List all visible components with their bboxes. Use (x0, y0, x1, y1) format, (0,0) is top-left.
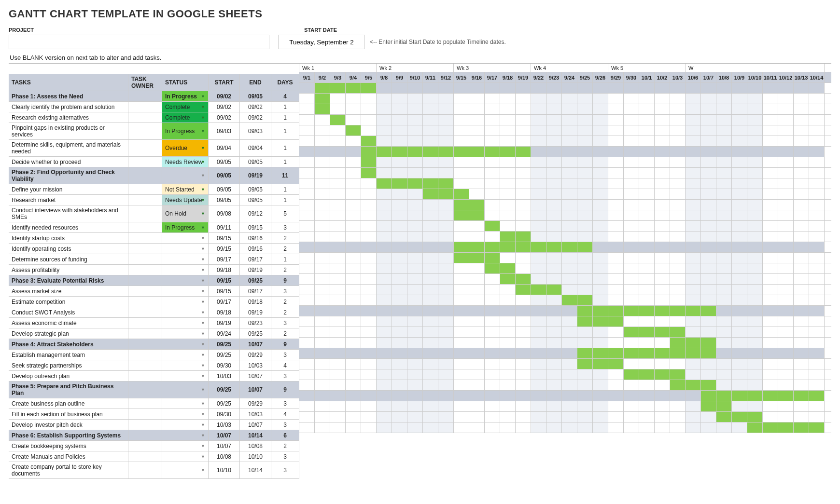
status-dropdown[interactable]: ▼ (162, 167, 209, 184)
task-name[interactable]: Establish management team (9, 350, 128, 360)
task-owner-cell[interactable] (128, 350, 162, 360)
start-date-cell[interactable]: 10/07 (209, 441, 240, 451)
task-name[interactable]: Phase 4: Attract Stakeholders (9, 339, 128, 349)
status-dropdown[interactable]: In Progress▼ (162, 123, 209, 139)
start-date-cell[interactable]: 09/11 (209, 222, 240, 232)
start-date-cell[interactable]: 09/05 (209, 184, 240, 194)
status-dropdown[interactable]: Not Started▼ (162, 184, 209, 194)
project-name-input[interactable] (9, 35, 269, 49)
start-date-cell[interactable]: 09/30 (209, 409, 240, 419)
task-owner-cell[interactable] (128, 102, 162, 112)
end-date-cell[interactable]: 09/15 (240, 222, 271, 232)
end-date-cell[interactable]: 09/02 (240, 112, 271, 123)
task-owner-cell[interactable] (128, 275, 162, 286)
start-date-cell[interactable]: 09/18 (209, 307, 240, 317)
task-owner-cell[interactable] (128, 265, 162, 275)
task-owner-cell[interactable] (128, 286, 162, 296)
status-dropdown[interactable]: Complete▼ (162, 102, 209, 112)
status-dropdown[interactable]: ▼ (162, 233, 209, 243)
task-owner-cell[interactable] (128, 222, 162, 232)
task-owner-cell[interactable] (128, 307, 162, 317)
start-date-cell[interactable]: 09/05 (209, 167, 240, 184)
status-dropdown[interactable]: Complete▼ (162, 112, 209, 123)
status-dropdown[interactable]: ▼ (162, 307, 209, 317)
start-date-cell[interactable]: 09/30 (209, 360, 240, 370)
task-name[interactable]: Research market (9, 195, 128, 205)
task-owner-cell[interactable] (128, 420, 162, 430)
status-dropdown[interactable]: ▼ (162, 441, 209, 451)
task-name[interactable]: Develop outreach plan (9, 371, 128, 381)
task-name[interactable]: Fill in each section of business plan (9, 409, 128, 419)
status-dropdown[interactable]: ▼ (162, 244, 209, 254)
task-owner-cell[interactable] (128, 462, 162, 478)
end-date-cell[interactable]: 09/03 (240, 123, 271, 139)
start-date-cell[interactable]: 09/02 (209, 102, 240, 112)
start-date-cell[interactable]: 09/25 (209, 381, 240, 398)
status-dropdown[interactable]: ▼ (162, 297, 209, 307)
task-owner-cell[interactable] (128, 451, 162, 462)
status-dropdown[interactable]: ▼ (162, 265, 209, 275)
end-date-cell[interactable]: 10/07 (240, 420, 271, 430)
task-owner-cell[interactable] (128, 91, 162, 101)
task-name[interactable]: Identify needed resources (9, 222, 128, 232)
start-date-cell[interactable]: 09/05 (209, 157, 240, 167)
task-name[interactable]: Pinpoint gaps in existing products or se… (9, 123, 128, 139)
start-date-cell[interactable]: 10/08 (209, 451, 240, 462)
task-name[interactable]: Estimate competition (9, 297, 128, 307)
task-name[interactable]: Determine sources of funding (9, 254, 128, 264)
end-date-cell[interactable]: 09/05 (240, 91, 271, 101)
status-dropdown[interactable]: ▼ (162, 328, 209, 339)
status-dropdown[interactable]: ▼ (162, 360, 209, 370)
end-date-cell[interactable]: 09/16 (240, 233, 271, 243)
task-name[interactable]: Conduct interviews with stakeholders and… (9, 205, 128, 222)
task-name[interactable]: Phase 5: Prepare and Pitch Business Plan (9, 381, 128, 398)
task-owner-cell[interactable] (128, 123, 162, 139)
end-date-cell[interactable]: 09/19 (240, 265, 271, 275)
task-owner-cell[interactable] (128, 205, 162, 222)
task-name[interactable]: Decide whether to proceed (9, 157, 128, 167)
task-owner-cell[interactable] (128, 328, 162, 339)
status-dropdown[interactable]: ▼ (162, 430, 209, 440)
status-dropdown[interactable]: ▼ (162, 339, 209, 349)
end-date-cell[interactable]: 10/08 (240, 441, 271, 451)
task-owner-cell[interactable] (128, 339, 162, 349)
status-dropdown[interactable]: ▼ (162, 451, 209, 462)
status-dropdown[interactable]: On Hold▼ (162, 205, 209, 222)
task-owner-cell[interactable] (128, 167, 162, 184)
task-owner-cell[interactable] (128, 184, 162, 194)
task-name[interactable]: Phase 1: Assess the Need (9, 91, 128, 101)
start-date-cell[interactable]: 09/08 (209, 205, 240, 222)
task-owner-cell[interactable] (128, 297, 162, 307)
status-dropdown[interactable]: ▼ (162, 254, 209, 264)
task-owner-cell[interactable] (128, 409, 162, 419)
task-owner-cell[interactable] (128, 381, 162, 398)
end-date-cell[interactable]: 09/05 (240, 184, 271, 194)
task-owner-cell[interactable] (128, 195, 162, 205)
end-date-cell[interactable]: 10/10 (240, 451, 271, 462)
end-date-cell[interactable]: 09/17 (240, 254, 271, 264)
task-owner-cell[interactable] (128, 244, 162, 254)
status-dropdown[interactable]: ▼ (162, 275, 209, 286)
end-date-cell[interactable]: 10/14 (240, 462, 271, 478)
start-date-cell[interactable]: 09/18 (209, 265, 240, 275)
status-dropdown[interactable]: ▼ (162, 286, 209, 296)
start-date-cell[interactable]: 09/19 (209, 318, 240, 328)
start-date-input[interactable] (278, 35, 365, 49)
task-name[interactable]: Assess economic climate (9, 318, 128, 328)
task-owner-cell[interactable] (128, 254, 162, 264)
end-date-cell[interactable]: 09/05 (240, 157, 271, 167)
status-dropdown[interactable]: ▼ (162, 409, 209, 419)
task-name[interactable]: Assess market size (9, 286, 128, 296)
task-owner-cell[interactable] (128, 360, 162, 370)
task-name[interactable]: Clearly identify the problem and solutio… (9, 102, 128, 112)
status-dropdown[interactable]: ▼ (162, 371, 209, 381)
start-date-cell[interactable]: 09/05 (209, 195, 240, 205)
end-date-cell[interactable]: 10/03 (240, 360, 271, 370)
status-dropdown[interactable]: ▼ (162, 420, 209, 430)
start-date-cell[interactable]: 09/24 (209, 328, 240, 339)
end-date-cell[interactable]: 09/12 (240, 205, 271, 222)
end-date-cell[interactable]: 09/19 (240, 307, 271, 317)
start-date-cell[interactable]: 09/15 (209, 233, 240, 243)
task-name[interactable]: Phase 6: Establish Supporting Systems (9, 430, 128, 440)
end-date-cell[interactable]: 10/07 (240, 339, 271, 349)
